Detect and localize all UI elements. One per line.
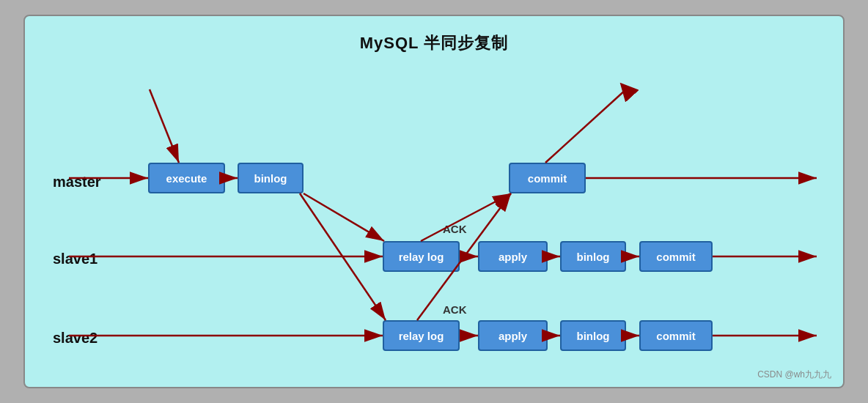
ack1-label: ACK	[443, 223, 467, 235]
slave1-label: slave1	[53, 251, 98, 267]
slave2-label: slave2	[53, 330, 98, 347]
svg-line-16	[545, 89, 626, 163]
master-label: master	[53, 174, 101, 191]
slave1-relaylog-box: relay log	[383, 241, 460, 272]
master-binlog-box: binlog	[238, 163, 304, 193]
slave2-apply-box: apply	[478, 320, 548, 351]
master-commit-box: commit	[509, 163, 586, 193]
svg-line-11	[304, 193, 384, 241]
slave1-binlog-box: binlog	[560, 241, 626, 272]
slave2-relaylog-box: relay log	[383, 320, 460, 351]
diagram-title: MySQL 半同步复制	[25, 16, 843, 54]
svg-line-12	[300, 193, 386, 320]
slave2-binlog-box: binlog	[560, 320, 626, 351]
ack2-label: ACK	[443, 303, 467, 316]
svg-line-15	[150, 89, 179, 163]
diagram-container: MySQL 半同步复制 master slave1 slave2 execute…	[23, 15, 845, 388]
slave1-apply-box: apply	[478, 241, 548, 272]
master-execute-box: execute	[148, 163, 225, 193]
slave1-commit-box: commit	[639, 241, 713, 272]
slave2-commit-box: commit	[639, 320, 713, 351]
watermark: CSDN @wh九九九	[757, 369, 831, 381]
